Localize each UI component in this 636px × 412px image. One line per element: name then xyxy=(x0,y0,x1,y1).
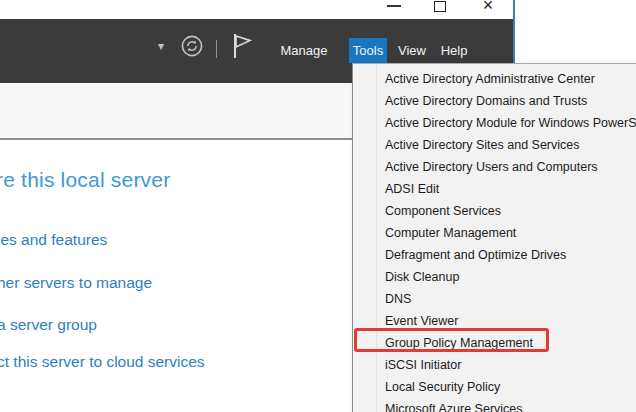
menubar-item-view[interactable]: View xyxy=(392,38,432,63)
tools-menu-item-computer-management[interactable]: Computer Management xyxy=(353,222,636,244)
page-title: re this local server xyxy=(0,168,170,192)
tools-menu-item-component-services[interactable]: Component Services xyxy=(353,200,636,222)
tools-menu-item-ad-sites-services[interactable]: Active Directory Sites and Services xyxy=(353,134,636,156)
menubar-item-manage[interactable]: Manage xyxy=(276,38,332,63)
minimize-icon xyxy=(387,5,401,7)
tools-menu-item-local-security-policy[interactable]: Local Security Policy xyxy=(353,376,636,398)
tools-menu-item-adsi-edit[interactable]: ADSI Edit xyxy=(353,178,636,200)
tools-menu-item-microsoft-azure-services[interactable]: Microsoft Azure Services xyxy=(353,398,636,412)
tools-menu-item-disk-cleanup[interactable]: Disk Cleanup xyxy=(353,266,636,288)
chevron-down-icon[interactable]: ▾ xyxy=(158,39,164,53)
tools-menu-item-ad-admin-center[interactable]: Active Directory Administrative Center xyxy=(353,68,636,90)
menubar-item-help[interactable]: Help xyxy=(436,38,472,63)
tools-menu-item-ad-domains-trusts[interactable]: Active Directory Domains and Trusts xyxy=(353,90,636,112)
quickstart-link-add-servers[interactable]: her servers to manage xyxy=(0,274,152,292)
tools-menu: Active Directory Administrative Center A… xyxy=(352,63,636,412)
close-button[interactable]: × xyxy=(474,0,502,18)
tools-menu-item-dns[interactable]: DNS xyxy=(353,288,636,310)
server-manager-window: × ▾ Manage Tools View Help xyxy=(0,0,636,412)
tools-menu-item-ad-module-powershell[interactable]: Active Directory Module for Windows Powe… xyxy=(353,112,636,134)
tools-menu-item-defragment-optimize[interactable]: Defragment and Optimize Drives xyxy=(353,244,636,266)
tools-menu-item-iscsi-initiator[interactable]: iSCSI Initiator xyxy=(353,354,636,376)
close-icon: × xyxy=(483,0,494,10)
header-separator xyxy=(216,40,217,58)
quickstart-link-cloud-services[interactable]: ct this server to cloud services xyxy=(0,353,205,371)
tools-menu-item-ad-users-computers[interactable]: Active Directory Users and Computers xyxy=(353,156,636,178)
menu-gutter-line xyxy=(376,64,377,412)
minimize-button[interactable] xyxy=(380,0,408,18)
notification-flag-icon[interactable] xyxy=(231,32,253,59)
menubar-item-tools[interactable]: Tools xyxy=(349,38,387,63)
quickstart-link-server-group[interactable]: a server group xyxy=(0,316,97,334)
maximize-button[interactable] xyxy=(426,0,454,18)
quickstart-link-roles-features[interactable]: les and features xyxy=(0,231,107,249)
tools-menu-item-event-viewer[interactable]: Event Viewer xyxy=(353,310,636,332)
maximize-icon xyxy=(434,1,446,12)
refresh-icon[interactable] xyxy=(181,35,203,57)
tools-menu-item-group-policy-management[interactable]: Group Policy Management xyxy=(353,332,636,354)
